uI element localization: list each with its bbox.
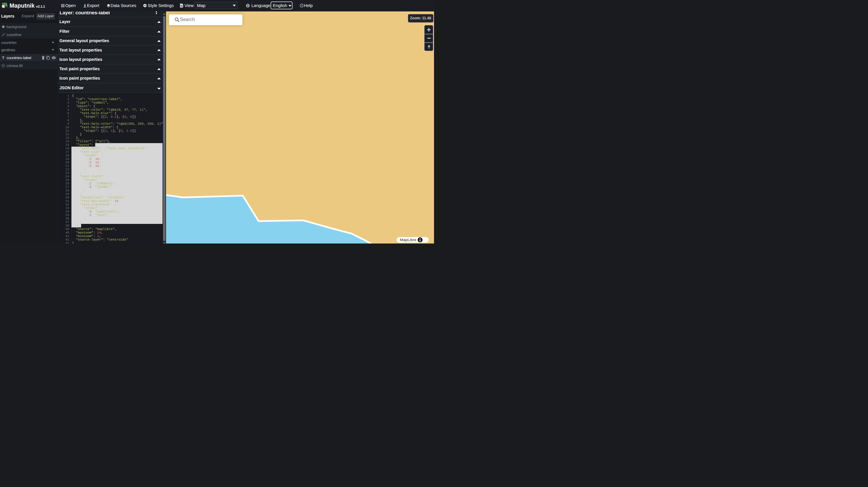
svg-text:?: ? (301, 4, 303, 7)
